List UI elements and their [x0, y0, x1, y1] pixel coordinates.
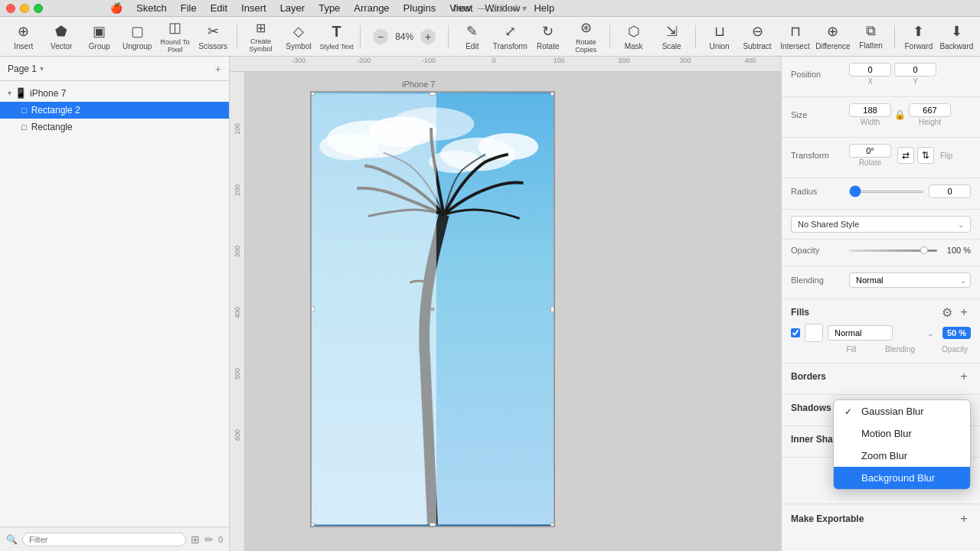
main-area: Page 1 ▾ + ▾ 📱 iPhone 7 □ Rectangle 2 □ …	[0, 57, 980, 551]
insert-icon: ⊕	[18, 23, 29, 40]
flip-label: Flip	[940, 152, 952, 160]
fill-blend-select[interactable]: Normal	[828, 325, 893, 341]
rotate-input[interactable]	[849, 144, 891, 158]
selection-handle-bc[interactable]	[430, 523, 436, 527]
fill-checkbox[interactable]	[791, 328, 800, 337]
fills-settings-button[interactable]: ⚙	[940, 305, 954, 319]
position-y-input[interactable]	[894, 63, 936, 77]
canvas-area[interactable]: -300 -200 -100 0 100 200 300 400 500 600…	[230, 57, 781, 551]
rotate-copies-icon: ⊛	[580, 19, 592, 36]
fill-opacity-badge[interactable]: 50 %	[942, 327, 971, 339]
size-width-input[interactable]	[849, 103, 891, 117]
search-input[interactable]	[22, 533, 186, 546]
blending-select[interactable]: Normal Multiply Screen Overlay	[849, 272, 971, 288]
layer-item-rect1[interactable]: □ Rectangle	[0, 119, 229, 135]
zoom-in-button[interactable]: +	[420, 29, 436, 44]
transform-tool[interactable]: ⤢ Transform	[493, 19, 528, 54]
shared-style-dropdown[interactable]: No Shared Style ⌄	[791, 216, 971, 233]
menu-plugins[interactable]: Plugins	[397, 1, 443, 15]
blur-dropdown-menu[interactable]: ✓ Gaussian Blur Motion Blur Zoom Blur Ba…	[833, 399, 971, 490]
forward-tool[interactable]: ⬆ Forward	[901, 19, 936, 54]
styled-text-tool[interactable]: T Styled Text	[319, 19, 354, 54]
page-label: Page 1	[8, 64, 37, 74]
menu-sketch[interactable]: Sketch	[130, 1, 173, 15]
round-to-pixel-tool[interactable]: ◫ Round To Pixel	[158, 19, 192, 54]
opacity-slider-track[interactable]	[849, 246, 937, 255]
gaussian-blur-item[interactable]: ✓ Gaussian Blur	[834, 400, 970, 422]
radius-row: Radius	[791, 184, 971, 198]
flip-h-button[interactable]: ⇄	[897, 147, 914, 164]
borders-add-button[interactable]: +	[957, 370, 971, 383]
minimize-button[interactable]	[20, 4, 29, 13]
height-label: Height	[919, 118, 941, 126]
right-panel: Position X Y Size	[781, 57, 980, 551]
flatten-tool[interactable]: ⧉ Flatten	[854, 19, 888, 54]
edit-layer-icon[interactable]: ✏	[204, 533, 214, 546]
add-page-icon[interactable]: +	[215, 63, 221, 75]
symbol-tool[interactable]: ◇ Symbol	[281, 19, 315, 54]
toolbar-separator-6	[894, 25, 895, 48]
intersect-tool[interactable]: ⊓ Intersect	[778, 19, 812, 54]
layer-item-rect2[interactable]: □ Rectangle 2	[0, 102, 229, 119]
zoom-control: − 84% +	[373, 29, 436, 44]
selection-handle-br[interactable]	[550, 523, 555, 527]
vector-tool[interactable]: ⬟ Vector	[44, 19, 78, 54]
menu-file[interactable]: File	[175, 1, 203, 15]
difference-tool[interactable]: ⊕ Difference	[815, 19, 850, 54]
flip-v-button[interactable]: ⇅	[917, 147, 934, 164]
toolbar-separator-4	[609, 25, 610, 48]
selection-handle-tc[interactable]	[430, 91, 436, 96]
lock-icon[interactable]: 🔒	[894, 109, 906, 120]
page-arrow: ▾	[40, 64, 44, 73]
selection-handle-tr[interactable]	[550, 91, 555, 96]
insert-tool[interactable]: ⊕ Insert	[6, 19, 41, 54]
backward-tool[interactable]: ⬇ Backward	[939, 19, 974, 54]
scale-tool[interactable]: ⇲ Scale	[654, 19, 688, 54]
menu-type[interactable]: Type	[312, 1, 346, 15]
fill-color-swatch[interactable]	[805, 324, 823, 342]
ungroup-tool[interactable]: ▢ Ungroup	[119, 19, 154, 54]
selection-handle-ml[interactable]	[310, 306, 315, 312]
selection-handle-mr[interactable]	[550, 306, 555, 312]
position-x-input[interactable]	[849, 63, 891, 77]
opacity-section: Opacity 100 %	[782, 240, 980, 266]
rotate-tool[interactable]: ↻ Rotate	[531, 19, 565, 54]
page-selector[interactable]: Page 1 ▾ +	[0, 57, 229, 81]
menu-apple[interactable]: 🍎	[104, 1, 129, 15]
menu-arrange[interactable]: Arrange	[348, 1, 395, 15]
scale-icon: ⇲	[666, 23, 678, 40]
fills-add-button[interactable]: +	[957, 305, 971, 319]
mask-tool[interactable]: ⬡ Mask	[616, 19, 651, 54]
menu-edit[interactable]: Edit	[204, 1, 234, 15]
scissors-tool[interactable]: ✂ Scissors	[195, 19, 230, 54]
menu-layer[interactable]: Layer	[274, 1, 312, 15]
menu-help[interactable]: Help	[528, 1, 560, 15]
y-label: Y	[913, 77, 918, 86]
size-height-input[interactable]	[909, 103, 951, 117]
selection-handle-tl[interactable]	[310, 91, 315, 96]
radius-slider[interactable]	[849, 191, 924, 193]
layer-group-iphone7[interactable]: ▾ 📱 iPhone 7	[0, 84, 229, 102]
subtract-tool[interactable]: ⊖ Subtract	[740, 19, 774, 54]
center-handle[interactable]	[431, 308, 435, 311]
zoom-blur-item[interactable]: Zoom Blur	[834, 445, 970, 467]
maximize-button[interactable]	[34, 4, 43, 13]
styled-text-icon: T	[332, 23, 341, 41]
background-blur-item[interactable]: Background Blur	[834, 467, 970, 489]
rotate-copies-tool[interactable]: ⊛ Rotate Copies	[569, 19, 603, 54]
close-button[interactable]	[6, 4, 15, 13]
opacity-thumb[interactable]	[920, 246, 928, 254]
fills-title: Fills	[791, 307, 809, 318]
group-tool[interactable]: ▣ Group	[82, 19, 116, 54]
edit-tool[interactable]: ✎ Edit	[455, 19, 489, 54]
zoom-out-button[interactable]: −	[373, 29, 388, 44]
opacity-value: 100 %	[942, 246, 971, 255]
radius-input[interactable]	[929, 184, 971, 198]
motion-blur-item[interactable]: Motion Blur	[834, 422, 970, 445]
create-symbol-tool[interactable]: ⊞ Create Symbol	[243, 19, 278, 54]
export-add-button[interactable]: +	[957, 512, 971, 526]
union-tool[interactable]: ⊔ Union	[702, 19, 737, 54]
copy-layer-icon[interactable]: ⊞	[191, 533, 200, 546]
selection-handle-bl[interactable]	[310, 523, 315, 527]
menu-insert[interactable]: Insert	[235, 1, 273, 15]
